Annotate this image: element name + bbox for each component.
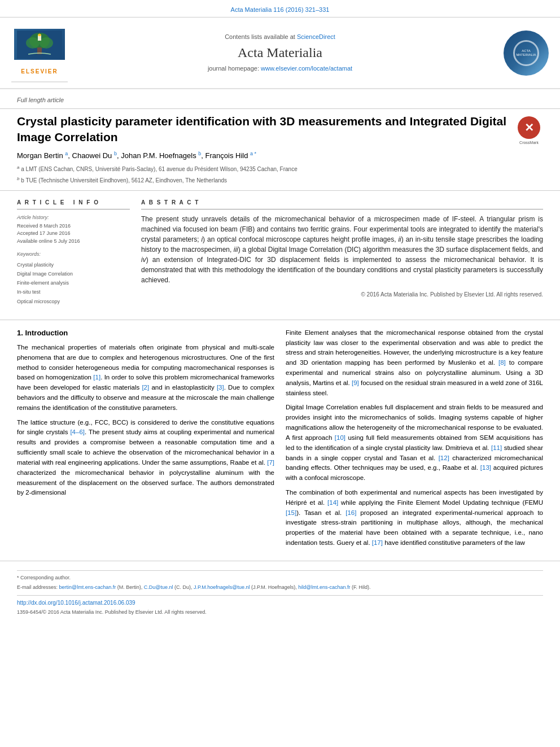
- crossmark-icon: ✕: [524, 120, 534, 136]
- abstract-col: A B S T R A C T The present study unrave…: [141, 199, 543, 312]
- intro-para1: The mechanical properties of materials o…: [17, 343, 274, 413]
- article-info-header: A R T I C L E I N F O: [17, 199, 130, 209]
- author-chaowei: Chaowei Du b: [72, 151, 117, 160]
- author-francois: François Hild a *: [205, 151, 257, 160]
- article-title-section: Crystal plasticity parameter identificat…: [0, 109, 560, 191]
- body-right-col: Finite Element analyses that the microme…: [286, 328, 543, 553]
- footer-divider: [17, 570, 543, 571]
- crossmark-circle: ✕: [518, 116, 540, 139]
- keyword-insitu: In-situ test: [17, 287, 130, 296]
- sciencedirect-link[interactable]: ScienceDirect: [297, 33, 335, 40]
- elsevier-logo-box: [14, 29, 65, 60]
- author-morgan: Morgan Bertin a: [17, 151, 68, 160]
- right-para1: Finite Element analyses that the microme…: [286, 328, 543, 399]
- footer-section: * Corresponding author. E-mail addresses…: [0, 561, 560, 622]
- journal-title: Acta Materialia: [73, 43, 487, 63]
- email-addresses: E-mail addresses: bertin@lmt.ens-cachan.…: [17, 584, 543, 592]
- email-hoefnagels[interactable]: J.P.M.hoefnagels@tue.nl: [194, 584, 250, 590]
- acta-materialia-logo: ACTAMATERIALIA: [504, 30, 549, 76]
- intro-para2: The lattice structure (e.g., FCC, BCC) i…: [17, 418, 274, 499]
- svg-point-2: [26, 37, 40, 49]
- history-label: Article history:: [17, 214, 130, 221]
- article-title-text: Crystal plasticity parameter identificat…: [17, 113, 509, 185]
- intro-section-title: 1. Introduction: [17, 328, 274, 338]
- cite-12[interactable]: [12]: [439, 455, 449, 461]
- cite-11[interactable]: [11]: [491, 444, 502, 451]
- email-du[interactable]: C.Du@tue.nl: [144, 584, 173, 590]
- homepage-line: journal homepage: www.elsevier.com/locat…: [73, 64, 487, 73]
- email-bertin[interactable]: bertin@lmt.ens-cachan.fr: [59, 584, 116, 590]
- article-type-bar: Full length article: [0, 89, 560, 109]
- article-info-col: A R T I C L E I N F O Article history: R…: [17, 199, 130, 312]
- keyword-optical: Optical microscopy: [17, 297, 130, 306]
- footer-divider-2: [17, 595, 543, 596]
- crossmark-badge: ✕ CrossMark: [515, 116, 543, 146]
- cite-7[interactable]: [7]: [267, 459, 274, 466]
- affiliation-a: a a LMT (ENS Cachan, CNRS, Université Pa…: [17, 164, 509, 173]
- article-info-abstract-section: A R T I C L E I N F O Article history: R…: [0, 191, 560, 320]
- keywords-label: Keywords:: [17, 251, 130, 258]
- cite-3[interactable]: [3]: [217, 384, 224, 391]
- keyword-crystal-plasticity: Crystal plasticity: [17, 260, 130, 269]
- main-body: 1. Introduction The mechanical propertie…: [0, 320, 560, 561]
- cite-17[interactable]: [17]: [372, 539, 383, 546]
- cite-2[interactable]: [2]: [142, 384, 149, 391]
- article-title: Crystal plasticity parameter identificat…: [17, 113, 509, 145]
- keyword-dic: Digital Image Correlation: [17, 269, 130, 278]
- right-para2: Digital Image Correlation enables full d…: [286, 403, 543, 483]
- logo-inner-text: ACTAMATERIALIA: [516, 49, 536, 57]
- article-history-group: Article history: Received 8 March 2016 A…: [17, 214, 130, 245]
- cite-8[interactable]: [8]: [498, 359, 506, 366]
- email-hild[interactable]: hild@lmt.ens-cachan.fr: [298, 584, 350, 590]
- abstract-header: A B S T R A C T: [141, 199, 543, 209]
- received-date: Received 8 March 2016 Accepted 17 June 2…: [17, 222, 130, 246]
- cite-4-6[interactable]: [4–6]: [70, 429, 85, 435]
- article-type-label: Full length article: [17, 97, 64, 103]
- authors-line: Morgan Bertin a, Chaowei Du b, Johan P.M…: [17, 150, 509, 161]
- svg-point-3: [40, 37, 53, 49]
- journal-logo-right: ACTAMATERIALIA: [492, 30, 549, 76]
- corresponding-author-note: * Corresponding author.: [17, 574, 543, 582]
- cite-13[interactable]: [13]: [480, 464, 491, 471]
- sciencedirect-line: Contents lists available at ScienceDirec…: [73, 33, 487, 41]
- abstract-text: The present study unravels details of th…: [141, 214, 543, 285]
- elsevier-logo: ELSEVIER: [11, 23, 68, 82]
- author-johan: Johan P.M. Hoefnagels b: [121, 151, 201, 160]
- issn-text: 1359-6454/© 2016 Acta Materialia Inc. Pu…: [17, 609, 543, 616]
- cite-16[interactable]: [16]: [345, 509, 356, 516]
- copyright-line: © 2016 Acta Materialia Inc. Published by…: [141, 291, 543, 299]
- right-para3: The combination of both experimental and…: [286, 488, 543, 548]
- doi-link[interactable]: http://dx.doi.org/10.1016/j.actamat.2016…: [17, 599, 543, 607]
- cite-9[interactable]: [9]: [352, 379, 359, 386]
- homepage-url[interactable]: www.elsevier.com/locate/actamat: [261, 65, 352, 72]
- affiliation-b: b b TUE (Technische Universiteit Eindhov…: [17, 176, 509, 185]
- cite-15[interactable]: [15]: [286, 509, 296, 516]
- cite-14[interactable]: [14]: [327, 499, 338, 506]
- page-wrapper: Acta Materialia 116 (2016) 321–331: [0, 0, 560, 621]
- top-bar: Acta Materialia 116 (2016) 321–331: [0, 0, 560, 18]
- journal-center: Contents lists available at ScienceDirec…: [73, 33, 487, 73]
- journal-reference: Acta Materialia 116 (2016) 321–331: [231, 6, 330, 13]
- keywords-group: Keywords: Crystal plasticity Digital Ima…: [17, 251, 130, 306]
- cite-10[interactable]: [10]: [335, 434, 345, 441]
- keyword-fem: Finite-element analysis: [17, 278, 130, 287]
- body-left-col: 1. Introduction The mechanical propertie…: [17, 328, 274, 553]
- journal-header: ELSEVIER Contents lists available at Sci…: [0, 18, 560, 89]
- machined-word: machined: [141, 225, 170, 233]
- elsevier-wordmark: ELSEVIER: [21, 68, 58, 76]
- crossmark-label: CrossMark: [519, 140, 539, 146]
- cite-1[interactable]: [1]: [93, 374, 100, 381]
